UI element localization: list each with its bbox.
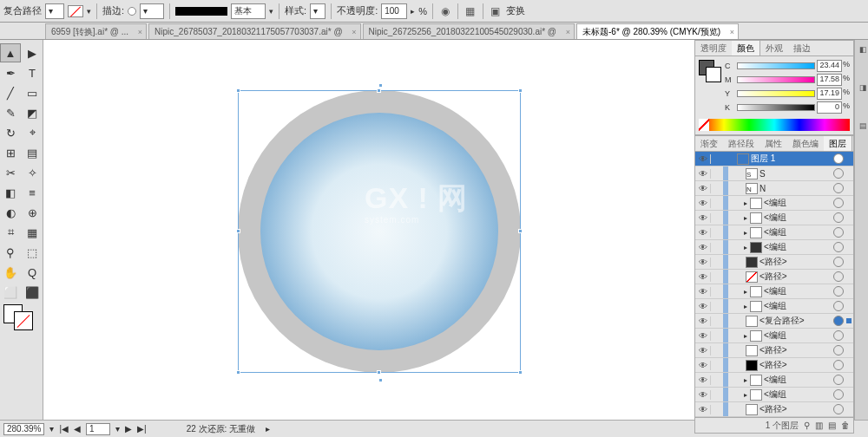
- target-icon[interactable]: [833, 183, 844, 193]
- target-icon[interactable]: [833, 242, 844, 252]
- object-dropdown[interactable]: ▾: [45, 3, 64, 19]
- panel-tab[interactable]: 颜色: [732, 41, 760, 55]
- layer-row[interactable]: 👁<路径>: [695, 343, 853, 358]
- tool-button[interactable]: ⬜: [0, 283, 21, 302]
- layer-name[interactable]: <路径>: [760, 344, 833, 356]
- target-icon[interactable]: [833, 271, 844, 282]
- layer-row[interactable]: 👁▸<编组: [695, 299, 853, 314]
- delete-layer-icon[interactable]: 🗑: [841, 421, 850, 430]
- target-icon[interactable]: [833, 212, 844, 223]
- target-icon[interactable]: [833, 198, 844, 208]
- tool-button[interactable]: ✧: [22, 163, 43, 182]
- channel-value[interactable]: 0: [817, 101, 842, 114]
- visibility-icon[interactable]: 👁: [695, 390, 711, 400]
- panel-tab[interactable]: 渐变: [695, 136, 723, 151]
- artboard-next2-icon[interactable]: ▶|: [137, 424, 147, 434]
- zoom-field[interactable]: 280.39%: [3, 423, 44, 435]
- visibility-icon[interactable]: 👁: [695, 213, 711, 223]
- layer-name[interactable]: N: [760, 184, 833, 193]
- disclosure-icon[interactable]: ▸: [744, 376, 747, 384]
- visibility-icon[interactable]: 👁: [695, 346, 711, 355]
- artboard-prev2-icon[interactable]: ◀: [74, 424, 81, 434]
- stroke-preview[interactable]: [175, 7, 227, 16]
- layer-name[interactable]: <编组: [764, 226, 833, 238]
- layer-row[interactable]: 👁<路径>: [695, 255, 853, 270]
- layer-name[interactable]: <编组: [764, 285, 833, 297]
- layer-name[interactable]: <编组: [764, 329, 833, 342]
- target-icon[interactable]: [833, 360, 844, 370]
- document-tab[interactable]: Nipic_26785037_20180321175057703037.ai* …: [148, 23, 360, 39]
- status-more-icon[interactable]: ▸: [266, 424, 270, 434]
- visibility-icon[interactable]: 👁: [695, 302, 711, 311]
- layer-name[interactable]: <路径>: [760, 403, 833, 415]
- fill-none-swatch[interactable]: [68, 5, 83, 17]
- channel-slider[interactable]: [737, 62, 815, 69]
- target-icon[interactable]: [833, 316, 844, 326]
- transform-label[interactable]: 变换: [506, 4, 525, 17]
- tool-button[interactable]: Q: [22, 263, 43, 282]
- selection-bbox[interactable]: [238, 90, 521, 373]
- layer-name[interactable]: S: [760, 169, 833, 179]
- disclosure-icon[interactable]: ▸: [744, 229, 747, 237]
- target-icon[interactable]: [833, 345, 844, 355]
- close-icon[interactable]: ×: [138, 28, 142, 36]
- visibility-icon[interactable]: 👁: [695, 375, 711, 385]
- layer-name[interactable]: <编组: [764, 374, 833, 386]
- target-icon[interactable]: [833, 227, 844, 238]
- target-icon[interactable]: [833, 257, 844, 267]
- layer-name[interactable]: <编组: [764, 388, 833, 401]
- layer-row[interactable]: 👁▸<编组: [695, 373, 853, 388]
- panel-tab[interactable]: 路径段: [723, 136, 760, 151]
- panel-strip-item[interactable]: ◨: [857, 83, 867, 118]
- document-tab[interactable]: 未标题-6* @ 280.39% (CMYK/预览)×: [576, 23, 739, 39]
- layer-row[interactable]: 👁NN: [695, 181, 853, 196]
- tool-button[interactable]: ✂: [0, 163, 21, 182]
- visibility-icon[interactable]: 👁: [695, 169, 711, 179]
- panel-strip-item[interactable]: ◧: [857, 45, 867, 80]
- layer-row[interactable]: 👁▸<编组: [695, 329, 853, 343]
- tool-button[interactable]: ✎: [0, 103, 21, 122]
- layer-name[interactable]: <编组: [764, 212, 833, 224]
- layer-row[interactable]: 👁<复合路径>: [695, 314, 853, 329]
- tool-button[interactable]: ⌗: [0, 223, 21, 242]
- panel-tab[interactable]: 颜色编: [787, 136, 824, 151]
- tool-button[interactable]: ≡: [22, 183, 43, 202]
- visibility-icon[interactable]: 👁: [695, 184, 711, 193]
- visibility-icon[interactable]: 👁: [695, 272, 711, 282]
- target-icon[interactable]: [833, 404, 844, 414]
- disclosure-icon[interactable]: ▸: [744, 391, 747, 399]
- tool-button[interactable]: ▭: [22, 83, 43, 102]
- tool-button[interactable]: ⬛: [22, 283, 43, 302]
- opacity-label[interactable]: 不透明度:: [337, 4, 378, 17]
- fill-stroke-swatch[interactable]: [0, 303, 43, 332]
- layer-row[interactable]: 👁▸<编组: [695, 388, 853, 402]
- tool-button[interactable]: ◧: [0, 183, 21, 202]
- tool-button[interactable]: ⊕: [22, 203, 43, 222]
- visibility-icon[interactable]: 👁: [695, 199, 711, 208]
- target-icon[interactable]: [833, 375, 844, 385]
- layer-row[interactable]: 👁▸<编组: [695, 211, 853, 225]
- artboard-prev-icon[interactable]: |◀: [59, 424, 69, 434]
- layer-name[interactable]: <编组: [764, 241, 833, 253]
- visibility-icon[interactable]: 👁: [695, 243, 711, 252]
- layer-name[interactable]: <复合路径>: [760, 315, 833, 327]
- channel-slider[interactable]: [737, 90, 815, 97]
- panel-tab[interactable]: 属性: [760, 136, 787, 151]
- disclosure-icon[interactable]: ▸: [744, 214, 747, 222]
- layer-name[interactable]: <路径>: [760, 359, 833, 371]
- spectrum-ramp[interactable]: [699, 119, 850, 131]
- tool-button[interactable]: ✒: [0, 63, 21, 82]
- tool-button[interactable]: ⊞: [0, 143, 21, 162]
- layer-row[interactable]: 👁<路径>: [695, 270, 853, 284]
- target-icon[interactable]: [833, 389, 844, 400]
- tool-button[interactable]: ↻: [0, 123, 21, 142]
- visibility-icon[interactable]: 👁: [695, 331, 711, 341]
- layer-row[interactable]: 👁▸<编组: [695, 225, 853, 240]
- stroke-preset-drop[interactable]: 基本: [231, 3, 266, 19]
- layer-name[interactable]: <编组: [764, 197, 833, 209]
- document-tab[interactable]: 6959 [转换].ai* @ ...×: [45, 23, 147, 39]
- color-swatch-proxy[interactable]: [699, 60, 721, 82]
- target-icon[interactable]: [833, 301, 844, 311]
- layer-row[interactable]: 👁▸<编组: [695, 240, 853, 255]
- panel-tab[interactable]: 图层: [824, 136, 852, 151]
